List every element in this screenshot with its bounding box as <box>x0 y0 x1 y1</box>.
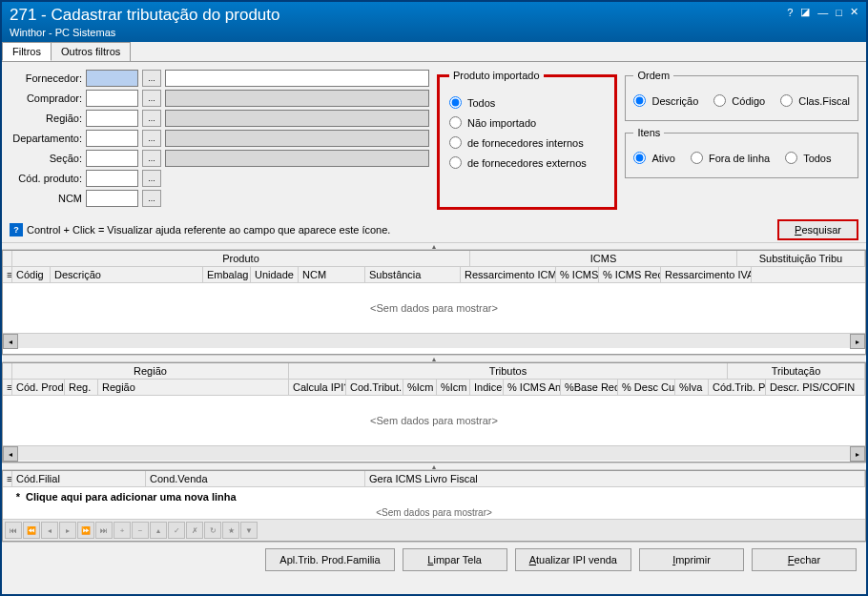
input-comprador-code[interactable] <box>86 90 138 107</box>
col-pcticm1[interactable]: %Icm <box>403 380 437 395</box>
lookup-ncm[interactable]: ... <box>142 190 161 207</box>
radio-forn-internos[interactable]: de fornecedores internos <box>449 136 605 149</box>
input-departamento-code[interactable] <box>86 130 138 147</box>
col-pcticm2[interactable]: %Icm <box>437 380 470 395</box>
col-pcticmsant[interactable]: % ICMS Ant <box>504 380 561 395</box>
lookup-departamento[interactable]: ... <box>142 130 161 147</box>
input-ncm[interactable] <box>86 190 138 207</box>
nav-edit-icon[interactable]: ▴ <box>150 522 167 539</box>
col-regiao[interactable]: Região <box>98 380 289 395</box>
lookup-codproduto[interactable]: ... <box>142 170 161 187</box>
nav-refresh-icon[interactable]: ↻ <box>204 522 221 539</box>
legend-itens: Itens <box>633 127 664 138</box>
edit-icon[interactable]: ◪ <box>800 6 810 18</box>
window-title: 271 - Cadastrar tributação do produto <box>10 6 787 25</box>
col-ncm[interactable]: NCM <box>299 267 365 282</box>
radio-fora-linha[interactable]: Fora de linha <box>691 152 770 164</box>
col-ress-icms[interactable]: Ressarcimento ICMS <box>461 267 556 282</box>
input-regiao-code[interactable] <box>86 110 138 127</box>
radio-codigo[interactable]: Código <box>713 94 765 107</box>
splitter-1[interactable]: ▴ <box>2 242 866 250</box>
help-hint-text: Control + Click = Visualizar ajuda refer… <box>27 224 390 236</box>
radio-descricao[interactable]: Descrição <box>633 94 698 107</box>
lookup-fornecedor[interactable]: ... <box>142 70 161 87</box>
lookup-secao[interactable]: ... <box>142 150 161 167</box>
input-fornecedor-desc[interactable] <box>165 70 429 87</box>
col-pct-icms[interactable]: % ICMS <box>556 267 599 282</box>
input-codproduto[interactable] <box>86 170 138 187</box>
tab-outros-filtros[interactable]: Outros filtros <box>51 42 131 61</box>
col-ress-iva[interactable]: Ressarcimento IVA <box>661 267 752 282</box>
col-substancia[interactable]: Substância <box>365 267 461 282</box>
col-indice[interactable]: Indice <box>470 380 504 395</box>
window-subtitle: Winthor - PC Sistemas <box>10 27 787 38</box>
close-icon[interactable]: ✕ <box>850 6 858 18</box>
nav-next-icon[interactable]: ▸ <box>59 522 76 539</box>
scroll-left-icon[interactable]: ◂ <box>3 334 18 349</box>
group-tributos: Tributos <box>289 363 728 379</box>
col-codtribut[interactable]: Cod.Tribut. <box>346 380 403 395</box>
col-reg[interactable]: Reg. <box>65 380 98 395</box>
group-tributacao: Tributação <box>728 363 865 379</box>
maximize-icon[interactable]: □ <box>836 7 842 18</box>
nav-delete-icon[interactable]: − <box>132 522 149 539</box>
col-codigo[interactable]: Códig <box>12 267 51 282</box>
nav-add-icon[interactable]: + <box>114 522 131 539</box>
nav-next-page-icon[interactable]: ⏩ <box>77 522 94 539</box>
nav-prev-page-icon[interactable]: ⏪ <box>23 522 40 539</box>
col-geraicms[interactable]: Gera ICMS Livro Fiscal <box>365 471 865 486</box>
apl-trib-button[interactable]: Apl.Trib. Prod.Familia <box>265 548 394 571</box>
radio-forn-externos[interactable]: de fornecedores externos <box>449 156 605 169</box>
scroll-right-icon[interactable]: ▸ <box>850 334 865 349</box>
pesquisar-button[interactable]: Pesquisar <box>777 219 858 240</box>
minimize-icon[interactable]: ― <box>817 7 828 18</box>
nav-cancel-icon[interactable]: ✗ <box>186 522 203 539</box>
fechar-button[interactable]: Fechar <box>752 548 857 571</box>
splitter-2[interactable]: ▴ <box>2 355 866 362</box>
scroll-left-icon[interactable]: ◂ <box>3 446 18 462</box>
col-codtribpi[interactable]: Cód.Trib. PI <box>709 380 766 395</box>
input-fornecedor-code[interactable] <box>86 70 138 87</box>
add-row-link[interactable]: * Clique aqui para adicionar uma nova li… <box>3 487 865 506</box>
imprimir-button[interactable]: Imprimir <box>639 548 744 571</box>
nav-prev-icon[interactable]: ◂ <box>41 522 58 539</box>
button-bar: Apl.Trib. Prod.Familia Limpar Tela Atual… <box>2 542 866 577</box>
radio-todos[interactable]: Todos <box>449 96 605 109</box>
nav-first-icon[interactable]: ⏮ <box>5 522 22 539</box>
col-condvenda[interactable]: Cond.Venda <box>146 471 365 486</box>
help-hint-icon: ? <box>10 223 23 236</box>
legend-ordem: Ordem <box>633 70 673 81</box>
limpar-tela-button[interactable]: Limpar Tela <box>403 548 507 571</box>
lookup-regiao[interactable]: ... <box>142 110 161 127</box>
radio-nao-importado[interactable]: Não importado <box>449 116 605 129</box>
label-comprador: Comprador: <box>10 92 86 104</box>
col-calcipi[interactable]: Calcula IPI? <box>289 380 346 395</box>
scroll-right-icon[interactable]: ▸ <box>850 446 865 462</box>
lookup-comprador[interactable]: ... <box>142 90 161 107</box>
nav-filter-icon[interactable]: ▼ <box>240 522 258 539</box>
col-codfilial[interactable]: Cód.Filial <box>12 471 146 486</box>
col-pct-icms-red[interactable]: % ICMS Red. <box>599 267 661 282</box>
grid2-scrollbar[interactable]: ◂ ▸ <box>3 445 865 461</box>
grid1-scrollbar[interactable]: ◂ ▸ <box>3 333 865 348</box>
radio-itens-todos[interactable]: Todos <box>785 152 831 164</box>
radio-clasfiscal[interactable]: Clas.Fiscal <box>780 94 850 107</box>
col-pctiva[interactable]: %Iva <box>675 380 709 395</box>
nav-bookmark-icon[interactable]: ★ <box>222 522 239 539</box>
input-secao-code[interactable] <box>86 150 138 167</box>
col-pctdesccus[interactable]: % Desc Cus <box>618 380 675 395</box>
splitter-3[interactable]: ▴ <box>2 462 866 470</box>
col-descrpis[interactable]: Descr. PIS/COFIN <box>766 380 865 395</box>
help-icon[interactable]: ? <box>787 7 793 18</box>
col-pctbasered[interactable]: %Base Red. <box>561 380 618 395</box>
atualizar-ipi-button[interactable]: Atualizar IPI venda <box>515 548 631 571</box>
col-codprod[interactable]: Cód. Prod <box>12 380 65 395</box>
nav-post-icon[interactable]: ✓ <box>168 522 185 539</box>
col-unidade[interactable]: Unidade <box>251 267 299 282</box>
nav-last-icon[interactable]: ⏭ <box>95 522 113 539</box>
tab-filtros[interactable]: Filtros <box>2 42 52 61</box>
col-descricao[interactable]: Descrição <box>51 267 203 282</box>
col-embalagem[interactable]: Embalag <box>203 267 251 282</box>
radio-ativo[interactable]: Ativo <box>633 152 674 164</box>
input-departamento-desc <box>165 130 429 147</box>
